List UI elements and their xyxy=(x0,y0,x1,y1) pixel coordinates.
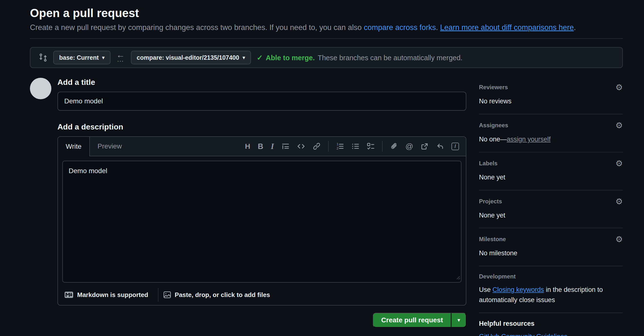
mention-icon[interactable]: @ xyxy=(406,142,413,150)
projects-value: None yet xyxy=(479,210,623,221)
development-title: Development xyxy=(479,273,516,280)
pr-form-column: Add a title Add a description Write Prev… xyxy=(58,78,466,336)
markdown-editor: Write Preview H B I xyxy=(58,136,466,305)
gear-icon[interactable]: ⚙ xyxy=(616,235,623,243)
merge-status-detail: These branches can be automatically merg… xyxy=(318,54,462,62)
merge-status: ✓ Able to merge. These branches can be a… xyxy=(257,53,462,62)
tab-write[interactable]: Write xyxy=(58,137,90,156)
assignees-value-text: No one— xyxy=(479,135,507,143)
svg-text:1: 1 xyxy=(336,142,338,146)
development-text-prefix: Use xyxy=(479,286,492,293)
page-content: Open a pull request Create a new pull re… xyxy=(30,0,623,336)
avatar xyxy=(30,78,51,99)
assignees-title: Assignees xyxy=(479,122,508,129)
attach-file-icon[interactable] xyxy=(390,142,398,150)
pr-title-input[interactable] xyxy=(58,92,466,111)
main-row: Add a title Add a description Write Prev… xyxy=(30,78,623,336)
gear-icon[interactable]: ⚙ xyxy=(616,83,623,91)
slash-command-icon[interactable]: / xyxy=(452,143,459,150)
bold-icon[interactable]: B xyxy=(258,143,263,150)
compare-direction-arrow-icon: ← ⋯ xyxy=(116,51,125,65)
link-icon[interactable] xyxy=(313,142,320,150)
reply-icon[interactable] xyxy=(436,142,444,150)
closing-keywords-link[interactable]: Closing keywords xyxy=(492,286,544,293)
create-pull-request-button[interactable]: Create pull request xyxy=(373,313,451,327)
gear-icon[interactable]: ⚙ xyxy=(616,159,623,167)
page-title: Open a pull request xyxy=(30,6,623,20)
editor-header: Write Preview H B I xyxy=(58,137,466,156)
resize-grip[interactable] xyxy=(456,274,460,281)
task-list-icon[interactable] xyxy=(367,142,374,150)
gear-icon[interactable]: ⚙ xyxy=(616,121,623,129)
sidebar-section-milestone: Milestone ⚙ No milestone xyxy=(479,235,623,266)
actions-row: Create pull request ▾ xyxy=(58,313,466,327)
editor-toolbar: H B I xyxy=(245,137,459,156)
sidebar-section-reviewers: Reviewers ⚙ No reviews xyxy=(479,83,623,114)
compare-branch-label: compare: visual-editor/2135/107400 xyxy=(137,54,239,61)
chevron-down-icon: ▾ xyxy=(457,317,460,323)
toolbar-separator xyxy=(382,141,382,152)
markdown-icon xyxy=(64,291,74,298)
diff-comparisons-link[interactable]: Learn more about diff comparisons here xyxy=(440,23,574,32)
create-pull-request-split-button: Create pull request ▾ xyxy=(373,313,466,327)
editor-body: Demo model xyxy=(58,156,466,287)
open-pull-request-page: Open a pull request Create a new pull re… xyxy=(0,0,644,336)
heading-icon[interactable]: H xyxy=(245,143,250,150)
assignees-value: No one—assign yourself xyxy=(479,134,623,145)
slash-glyph: / xyxy=(455,144,456,149)
code-icon[interactable] xyxy=(297,142,305,150)
pr-description-textarea[interactable]: Demo model xyxy=(62,161,462,283)
reviewers-value: No reviews xyxy=(479,96,623,107)
compare-branch-dropdown[interactable]: compare: visual-editor/2135/107400 ▾ xyxy=(131,51,251,64)
assign-yourself-link[interactable]: assign yourself xyxy=(507,135,550,143)
chevron-down-icon: ▾ xyxy=(102,55,105,61)
page-subtitle: Create a new pull request by comparing c… xyxy=(30,23,623,39)
bullet-list-icon[interactable] xyxy=(352,142,359,150)
gear-icon[interactable]: ⚙ xyxy=(616,197,623,206)
quote-icon[interactable] xyxy=(282,142,290,150)
add-files-label: Paste, drop, or click to add files xyxy=(175,291,270,299)
add-files-button[interactable]: Paste, drop, or click to add files xyxy=(158,289,280,300)
sidebar-section-labels: Labels ⚙ None yet xyxy=(479,159,623,191)
reviewers-title: Reviewers xyxy=(479,84,508,91)
title-section-heading: Add a title xyxy=(58,78,466,87)
compare-across-forks-link[interactable]: compare across forks xyxy=(364,23,436,32)
sidebar-section-development: Development Use Closing keywords in the … xyxy=(479,273,623,313)
milestone-title: Milestone xyxy=(479,236,506,243)
sidebar-section-assignees: Assignees ⚙ No one—assign yourself xyxy=(479,121,623,152)
merge-status-title: Able to merge. xyxy=(266,54,315,62)
check-icon: ✓ xyxy=(257,53,263,62)
subtitle-period: . xyxy=(574,23,576,32)
base-branch-label: base: Current xyxy=(59,54,99,61)
markdown-supported-label: Markdown is supported xyxy=(77,291,148,299)
cross-reference-icon[interactable] xyxy=(421,142,428,150)
dots-icon: ⋯ xyxy=(117,58,124,65)
image-icon xyxy=(163,291,171,299)
sidebar: Reviewers ⚙ No reviews Assignees ⚙ No on… xyxy=(479,78,623,336)
italic-icon[interactable]: I xyxy=(271,142,274,150)
base-branch-dropdown[interactable]: base: Current ▾ xyxy=(53,51,110,64)
create-pull-request-dropdown[interactable]: ▾ xyxy=(451,313,466,327)
branch-compare-bar: base: Current ▾ ← ⋯ compare: visual-edit… xyxy=(30,47,623,68)
labels-title: Labels xyxy=(479,160,498,167)
development-value: Use Closing keywords in the description … xyxy=(479,285,623,305)
labels-value: None yet xyxy=(479,173,623,183)
editor-footer: Markdown is supported Past xyxy=(58,287,466,305)
helpful-resources-title: Helpful resources xyxy=(479,320,623,327)
projects-title: Projects xyxy=(479,198,502,205)
description-section-heading: Add a description xyxy=(58,122,466,131)
git-compare-icon xyxy=(39,53,48,62)
sidebar-helpful-resources: Helpful resources GitHub Community Guide… xyxy=(479,320,623,336)
helpful-community-guidelines-link[interactable]: GitHub Community Guidelines xyxy=(479,333,623,336)
subtitle-separator: . xyxy=(436,23,440,32)
tab-preview[interactable]: Preview xyxy=(90,137,130,156)
sidebar-section-projects: Projects ⚙ None yet xyxy=(479,197,623,229)
chevron-down-icon: ▾ xyxy=(243,55,245,61)
svg-text:2: 2 xyxy=(336,146,338,150)
toolbar-separator xyxy=(328,141,328,152)
markdown-supported-button[interactable]: Markdown is supported xyxy=(60,289,158,300)
numbered-list-icon[interactable]: 1 2 xyxy=(336,142,344,150)
subtitle-text: Create a new pull request by comparing c… xyxy=(30,23,364,32)
milestone-value: No milestone xyxy=(479,248,623,258)
